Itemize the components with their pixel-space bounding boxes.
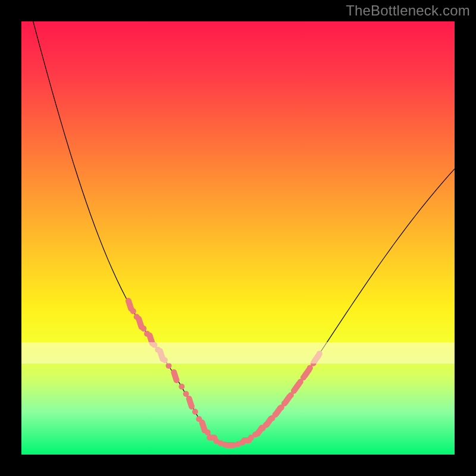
plot-area	[21, 21, 455, 455]
svg-point-11	[166, 363, 172, 369]
bottleneck-curve	[21, 0, 455, 445]
svg-rect-15	[185, 395, 195, 411]
svg-point-1	[130, 308, 136, 314]
svg-point-47	[307, 365, 313, 371]
highlight-band	[21, 342, 455, 364]
svg-point-16	[192, 409, 198, 415]
svg-point-19	[205, 430, 211, 436]
svg-point-13	[178, 384, 184, 390]
chart-svg	[21, 21, 455, 455]
chart-frame: TheBottleneck.com	[0, 0, 476, 476]
highlight-markers	[125, 297, 323, 448]
svg-point-4	[140, 325, 146, 331]
svg-rect-12	[170, 368, 180, 384]
attribution-text: TheBottleneck.com	[346, 2, 470, 19]
